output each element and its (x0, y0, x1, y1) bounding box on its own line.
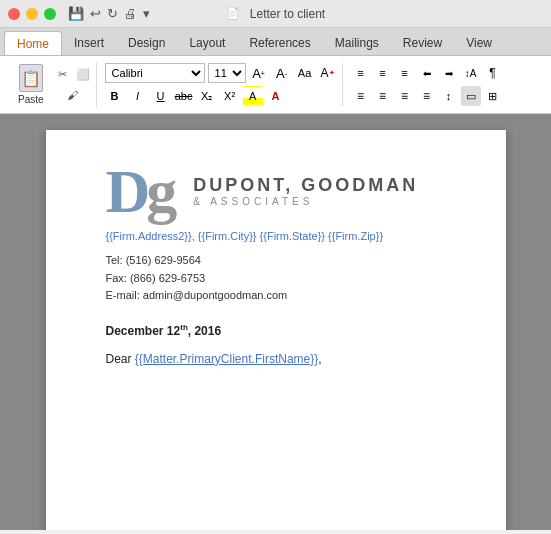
letter-date: December 12th, 2016 (106, 323, 466, 338)
strikethrough-button[interactable]: abc (174, 86, 194, 106)
increase-font-button[interactable]: A+ (249, 63, 269, 83)
increase-indent-button[interactable]: ➡ (439, 63, 459, 83)
redo-icon[interactable]: ↻ (107, 6, 118, 21)
numbering-button[interactable]: ≡ (373, 63, 393, 83)
logo-letter-d: D (106, 160, 147, 222)
tab-references[interactable]: References (237, 31, 322, 55)
logo-text: DUPONT, GOODMAN & ASSOCIATES (193, 175, 418, 207)
multilevel-list-button[interactable]: ≡ (395, 63, 415, 83)
close-button[interactable] (8, 8, 20, 20)
logo-monogram: D g (106, 160, 178, 222)
tab-home[interactable]: Home (4, 31, 62, 55)
ribbon-tabs: Home Insert Design Layout References Mai… (0, 28, 551, 56)
tab-mailings[interactable]: Mailings (323, 31, 391, 55)
tab-design[interactable]: Design (116, 31, 177, 55)
borders-button[interactable]: ⊞ (483, 86, 503, 106)
change-case-button[interactable]: Aa (295, 63, 315, 83)
paste-icon: 📋 (19, 64, 43, 92)
paste-button[interactable]: 📋 Paste (10, 62, 52, 107)
font-color-button[interactable]: A (266, 86, 286, 106)
font-size-select[interactable]: 11 (208, 63, 246, 83)
shading-button[interactable]: ▭ (461, 86, 481, 106)
copy-icon[interactable]: ⬜ (74, 66, 92, 84)
window-title: 📄 Letter to client (226, 7, 325, 21)
dear-end: , (318, 352, 321, 366)
clear-format-button[interactable]: A✦ (318, 63, 338, 83)
more-icon[interactable]: ▾ (143, 6, 150, 21)
document-area: D g DUPONT, GOODMAN & ASSOCIATES {{Firm.… (0, 114, 551, 530)
sort-button[interactable]: ↕A (461, 63, 481, 83)
font-name-select[interactable]: Calibri (105, 63, 205, 83)
primary-client-firstname-field: {{Matter.PrimaryClient.FirstName}} (135, 352, 318, 366)
text-highlight-button[interactable]: A (243, 86, 263, 106)
font-section: Calibri 11 A+ A- Aa A✦ B I U abc X₂ X² A… (101, 63, 343, 106)
show-marks-button[interactable]: ¶ (483, 63, 503, 83)
subscript-button[interactable]: X₂ (197, 86, 217, 106)
titlebar: 💾 ↩ ↻ 🖨 ▾ 📄 Letter to client (0, 0, 551, 28)
fax-line: Fax: (866) 629-6753 (106, 270, 466, 288)
paste-section: 📋 Paste ✂ ⬜ 🖌 (6, 62, 97, 107)
italic-button[interactable]: I (128, 86, 148, 106)
align-left-button[interactable]: ≡ (351, 86, 371, 106)
logo-area: D g DUPONT, GOODMAN & ASSOCIATES (106, 160, 466, 222)
decrease-indent-button[interactable]: ⬅ (417, 63, 437, 83)
email-line: E-mail: admin@dupontgoodman.com (106, 287, 466, 305)
line-spacing-button[interactable]: ↕ (439, 86, 459, 106)
align-right-button[interactable]: ≡ (395, 86, 415, 106)
bold-button[interactable]: B (105, 86, 125, 106)
letter-salutation: Dear {{Matter.PrimaryClient.FirstName}}, (106, 352, 466, 366)
contact-info: Tel: (516) 629-9564 Fax: (866) 629-6753 … (106, 252, 466, 305)
tab-insert[interactable]: Insert (62, 31, 116, 55)
logo-letter-g: g (146, 160, 177, 222)
tab-review[interactable]: Review (391, 31, 454, 55)
minimize-button[interactable] (26, 8, 38, 20)
dear-label: Dear (106, 352, 135, 366)
paragraph-section: ≡ ≡ ≡ ⬅ ➡ ↕A ¶ ≡ ≡ ≡ ≡ ↕ ▭ ⊞ (347, 63, 507, 106)
bullets-button[interactable]: ≡ (351, 63, 371, 83)
cut-icon[interactable]: ✂ (54, 66, 72, 84)
company-associates: & ASSOCIATES (193, 196, 418, 207)
underline-button[interactable]: U (151, 86, 171, 106)
doc-icon: 📄 (226, 7, 240, 20)
tel-line: Tel: (516) 629-9564 (106, 252, 466, 270)
format-painter-icon[interactable]: 🖌 (64, 86, 82, 104)
tab-layout[interactable]: Layout (177, 31, 237, 55)
undo-icon[interactable]: ↩ (90, 6, 101, 21)
justify-button[interactable]: ≡ (417, 86, 437, 106)
firm-address: {{Firm.Address2}}, {{Firm.City}} {{Firm.… (106, 230, 466, 242)
decrease-font-button[interactable]: A- (272, 63, 292, 83)
tab-view[interactable]: View (454, 31, 504, 55)
align-center-button[interactable]: ≡ (373, 86, 393, 106)
clipboard-group: ✂ ⬜ 🖌 (54, 66, 92, 104)
toolbar-icons: 💾 ↩ ↻ 🖨 ▾ (68, 6, 150, 21)
print-icon[interactable]: 🖨 (124, 6, 137, 21)
window-controls (8, 8, 56, 20)
ribbon-toolbar: 📋 Paste ✂ ⬜ 🖌 Calibri 11 A+ (0, 56, 551, 114)
superscript-button[interactable]: X² (220, 86, 240, 106)
maximize-button[interactable] (44, 8, 56, 20)
company-name: DUPONT, GOODMAN (193, 175, 418, 196)
document-page: D g DUPONT, GOODMAN & ASSOCIATES {{Firm.… (46, 130, 506, 530)
save-icon[interactable]: 💾 (68, 6, 84, 21)
